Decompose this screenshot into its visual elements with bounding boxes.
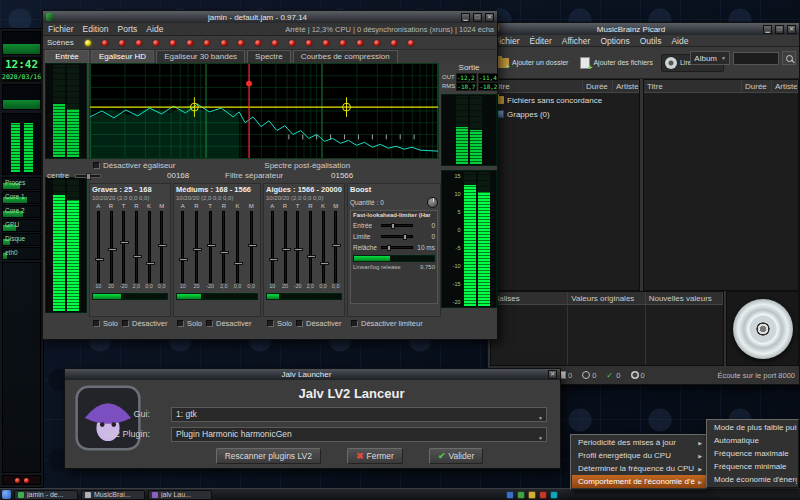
comp-slider[interactable]: K0,0 [317,203,330,291]
slider-track[interactable] [195,211,198,283]
column-header[interactable]: Durée [583,80,613,92]
power-menu-item[interactable]: Déterminer la fréquence du CPU▶ [572,462,706,475]
hdeq-display[interactable] [89,63,439,159]
column-header[interactable]: Valeurs originales [568,292,645,304]
solo-checkbox[interactable] [93,320,100,327]
slider-track[interactable] [122,211,125,283]
menu-item[interactable]: Éditer [530,36,552,46]
solo-checkbox[interactable] [177,320,184,327]
column-header[interactable]: Titre [491,80,583,92]
menu-item[interactable]: Ports [118,24,138,34]
metadata-body[interactable] [491,305,723,365]
power-menu-item[interactable]: Comportement de l'économie d'énergie▶ [572,475,706,488]
slider-track[interactable] [334,211,337,283]
slider-handle[interactable] [193,248,202,251]
gui-combo[interactable]: 1: gtk [171,407,547,422]
slider-track[interactable] [209,211,212,283]
crossover-high-value[interactable]: 01566 [331,171,353,180]
tray-icon[interactable] [528,491,536,499]
slider-handle[interactable] [248,244,257,247]
crossover-handle[interactable] [246,81,252,87]
power-submenu-item[interactable]: Automatique [708,434,797,447]
add-folder-button[interactable]: Ajouter un dossier [492,55,572,71]
comp-slider[interactable]: A10 [176,203,190,291]
jamin-tab[interactable]: Egaliseur 30 bandes [156,50,245,63]
scene-led[interactable] [340,40,346,46]
slider-handle[interactable] [282,248,291,251]
slider-track[interactable] [271,211,274,283]
comp-slider[interactable]: A10 [266,203,279,291]
column-header[interactable]: Balises [491,292,568,304]
slider-handle[interactable] [332,244,341,247]
comp-slider[interactable]: R20 [105,203,118,291]
slider-track[interactable] [110,211,113,283]
power-submenu-item[interactable]: Fréquence maximale [708,447,797,460]
column-header[interactable]: Artiste [613,80,639,92]
boost-knob[interactable] [427,197,438,208]
comp-slider[interactable]: R2,0 [130,203,143,291]
comp-slider[interactable]: A10 [92,203,105,291]
slider-handle[interactable] [133,255,142,258]
limiter-release-slider[interactable] [381,246,413,249]
scene-led[interactable] [136,40,142,46]
minimize-button[interactable]: ▁ [461,13,470,22]
centre-slider[interactable] [75,174,101,178]
jalv-titlebar[interactable]: Jalv Launcher ✕ [65,369,560,380]
slider-handle[interactable] [158,244,167,247]
scene-led[interactable] [204,40,210,46]
scene-led[interactable] [289,40,295,46]
comp-slider[interactable]: K0,0 [143,203,156,291]
search-type-combo[interactable]: Album [690,51,730,65]
taskbar-window-button[interactable]: jalv Lau... [148,490,212,500]
taskbar-window-button[interactable]: jamin - de... [14,490,78,500]
slider-handle[interactable] [179,258,188,261]
comp-slider[interactable]: T-20 [117,203,130,291]
jamin-tab-input[interactable]: Entrée [45,50,89,63]
power-menu-item[interactable]: Périodicité des mises à jour▶ [572,436,706,449]
close-jalv-button[interactable]: ✖Fermer [347,448,403,464]
slider-handle[interactable] [294,248,303,251]
power-submenu-item[interactable]: Mode économie d'énergie [708,473,797,486]
scene-led[interactable] [170,40,176,46]
power-menu-item[interactable]: Profil énergétique du CPU▶ [572,449,706,462]
slider-track[interactable] [135,211,138,283]
slider-handle[interactable] [307,255,316,258]
scene-led[interactable] [391,40,397,46]
comp-slider[interactable]: M0,0 [155,203,168,291]
comp-slider[interactable]: K0,0 [231,203,245,291]
slider-handle[interactable] [207,244,216,247]
close-button[interactable]: ✕ [548,370,557,379]
menu-item[interactable]: Aide [671,36,688,46]
scene-led[interactable] [119,40,125,46]
comp-slider[interactable]: R20 [279,203,292,291]
comp-slider[interactable]: M0,0 [329,203,342,291]
scene-led[interactable] [357,40,363,46]
solo-checkbox[interactable] [267,320,274,327]
jamin-tab[interactable]: Courbes de compression [293,50,398,63]
comp-slider[interactable]: R2,0 [304,203,317,291]
scene-led[interactable] [102,40,108,46]
close-button[interactable]: ✕ [485,13,494,22]
add-files-button[interactable]: Ajouter des fichiers [576,54,657,72]
picard-titlebar[interactable]: MusicBrainz Picard ▁ □ ✕ [488,23,799,35]
close-button[interactable]: ✕ [787,25,796,34]
scene-led[interactable] [272,40,278,46]
slider-track[interactable] [160,211,163,283]
slider-handle[interactable] [391,223,395,229]
scene-led[interactable] [85,40,91,46]
comp-slider[interactable]: T-20 [291,203,304,291]
comp-slider[interactable]: R2,0 [217,203,231,291]
tray-icon[interactable] [550,491,558,499]
slider-handle[interactable] [269,258,278,261]
slider-handle[interactable] [108,248,117,251]
scene-led[interactable] [238,40,244,46]
minimize-button[interactable]: ▁ [763,25,772,34]
tree-item[interactable]: Fichiers sans concordance [491,93,639,107]
taskbar-window-button[interactable]: MusicBrai... [81,490,145,500]
column-header[interactable]: Titre [644,80,742,92]
slider-track[interactable] [296,211,299,283]
scene-led[interactable] [408,40,414,46]
slider-handle[interactable] [120,241,129,244]
column-header[interactable]: Nouvelles valeurs [646,292,723,304]
menu-item[interactable]: Options [600,36,629,46]
